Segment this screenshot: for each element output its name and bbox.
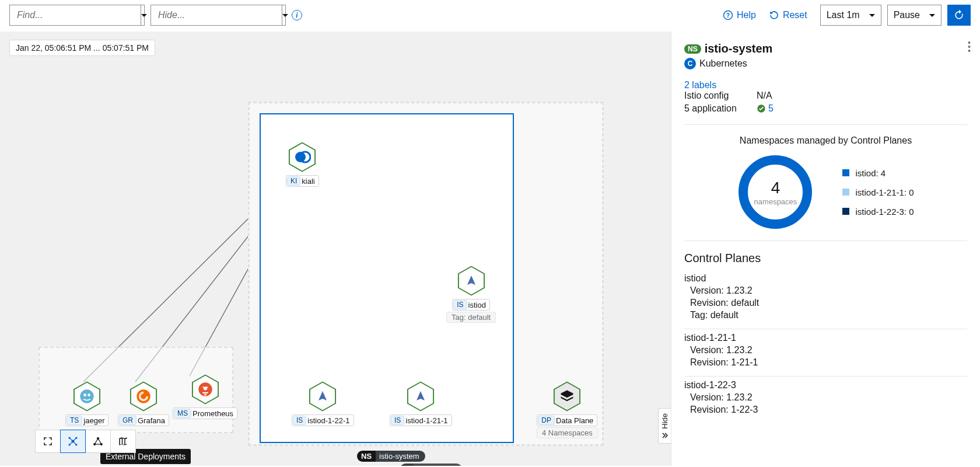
svg-point-41 [968, 50, 971, 52]
node-kiali[interactable]: KIkiali [286, 141, 319, 187]
svg-line-29 [69, 438, 73, 441]
side-title: NS istio-system [684, 42, 967, 55]
legend-item: istiod: 4 [842, 168, 914, 178]
layers-icon [559, 388, 575, 405]
svg-point-39 [968, 41, 971, 44]
hide-side-panel-tab[interactable]: Hide [658, 408, 671, 444]
swatch-icon [842, 189, 849, 196]
node-sublabel: Tag: default [446, 312, 496, 323]
node-jaeger[interactable]: TSjaeger [65, 381, 108, 426]
badge: MS [174, 409, 191, 418]
donut-unit: namespaces [754, 197, 797, 206]
map-icon [118, 436, 128, 447]
hide-dropdown-toggle[interactable] [282, 5, 288, 25]
badge: IS [453, 300, 467, 309]
prometheus-icon [197, 381, 214, 398]
cluster-badge: C [400, 463, 414, 466]
cluster-tag: C Kubernetes [400, 463, 462, 466]
layout-default-button[interactable] [60, 430, 86, 453]
cp-revision: Revision: default [684, 298, 967, 308]
istio-icon [414, 389, 428, 403]
control-plane-istiod: istiod Version: 1.23.2 Revision: default… [684, 270, 967, 329]
badge: KI [287, 176, 300, 186]
apps-label: 5 application [684, 103, 743, 114]
node-istiod[interactable]: ISistiod Tag: default [446, 265, 496, 323]
refresh-mode-select[interactable]: Pause [887, 5, 942, 26]
svg-line-36 [94, 438, 98, 444]
svg-line-30 [73, 438, 76, 441]
graph-canvas[interactable]: Jan 22, 05:06:51 PM ... 05:07:51 PM KIki… [0, 32, 671, 466]
node-grafana[interactable]: GRGrafana [118, 381, 169, 426]
node-istiod-1-22-1[interactable]: ISistiod-1-22-1 [292, 381, 354, 426]
control-plane-istiod-1-22-3: istiod-1-22-3 Version: 1.23.2 Revision: … [684, 377, 967, 423]
timestamp-chip: Jan 22, 05:06:51 PM ... 05:07:51 PM [9, 40, 155, 56]
time-range-select[interactable]: Last 1m [820, 5, 881, 26]
time-range-value: Last 1m [827, 10, 860, 20]
reset-link[interactable]: Reset [769, 10, 807, 20]
cluster-badge-icon: C [684, 58, 696, 69]
map-button[interactable] [110, 430, 136, 453]
find-combo[interactable] [9, 5, 145, 26]
labels-link[interactable]: 2 labels [684, 80, 716, 90]
ns-badge: NS [357, 451, 376, 462]
cp-name: istiod-1-22-3 [684, 380, 967, 391]
fit-icon [43, 436, 53, 447]
cp-tag: Tag: default [684, 310, 967, 320]
node-label: ISistiod-1-21-1 [390, 414, 452, 426]
network-alt-icon [92, 435, 104, 447]
reset-label: Reset [783, 10, 807, 20]
side-cluster-text: Kubernetes [699, 58, 747, 69]
cp-version: Version: 1.23.2 [684, 285, 967, 296]
network-icon [67, 435, 79, 447]
cp-revision: Revision: 1-21-1 [684, 357, 967, 368]
svg-point-19 [88, 393, 90, 396]
swatch-icon [842, 169, 849, 176]
svg-line-32 [73, 441, 76, 445]
chevron-right-double-icon [661, 431, 669, 440]
node-label: GRGrafana [118, 414, 169, 426]
istio-icon [464, 274, 478, 288]
kebab-menu[interactable] [968, 41, 971, 55]
node-prometheus[interactable]: MSPrometheus [173, 374, 237, 419]
svg-line-31 [69, 441, 73, 445]
reset-icon [769, 10, 779, 20]
badge: IS [293, 416, 306, 425]
cp-version: Version: 1.23.2 [684, 345, 967, 356]
control-plane-istiod-1-21-1: istiod-1-21-1 Version: 1.23.2 Revision: … [684, 329, 967, 377]
find-dropdown-toggle[interactable] [141, 5, 147, 25]
node-label: MSPrometheus [173, 407, 237, 419]
node-istiod-1-21-1[interactable]: ISistiod-1-21-1 [390, 381, 452, 426]
istio-config-label: Istio config [684, 90, 743, 101]
cp-name: istiod [684, 273, 967, 284]
refresh-icon [953, 9, 965, 21]
hide-combo[interactable] [150, 5, 286, 26]
node-label: DPData Plane [537, 414, 597, 426]
find-input[interactable] [10, 5, 141, 25]
refresh-mode-value: Pause [894, 10, 920, 20]
fit-to-screen-button[interactable] [35, 430, 61, 453]
node-label: ISistiod-1-22-1 [292, 414, 354, 426]
chevron-down-icon [282, 14, 288, 17]
apps-link[interactable]: 5 [768, 103, 774, 114]
chevron-down-icon [929, 14, 935, 17]
refresh-button[interactable] [947, 5, 971, 26]
istio-icon [316, 389, 330, 403]
node-data-plane[interactable]: DPData Plane 4 Namespaces [537, 381, 598, 438]
svg-point-18 [83, 393, 86, 396]
badge: DP [538, 416, 555, 425]
kebab-icon [968, 41, 971, 53]
hide-input[interactable] [151, 5, 282, 25]
kiali-icon [293, 148, 311, 166]
help-icon: ? [723, 10, 733, 20]
chevron-down-icon [869, 14, 875, 17]
info-icon[interactable]: i [292, 10, 302, 20]
control-planes-heading: Control Planes [684, 252, 967, 265]
layout-alt-button[interactable] [85, 430, 111, 453]
donut-value: 4 [771, 179, 780, 197]
top-toolbar: i ? Help Reset Last 1m Pause [0, 0, 980, 32]
svg-point-17 [80, 389, 94, 403]
svg-line-37 [98, 438, 102, 444]
node-sublabel: 4 Namespaces [537, 427, 598, 438]
hide-label: Hide [660, 413, 669, 429]
help-link[interactable]: ? Help [723, 10, 756, 20]
